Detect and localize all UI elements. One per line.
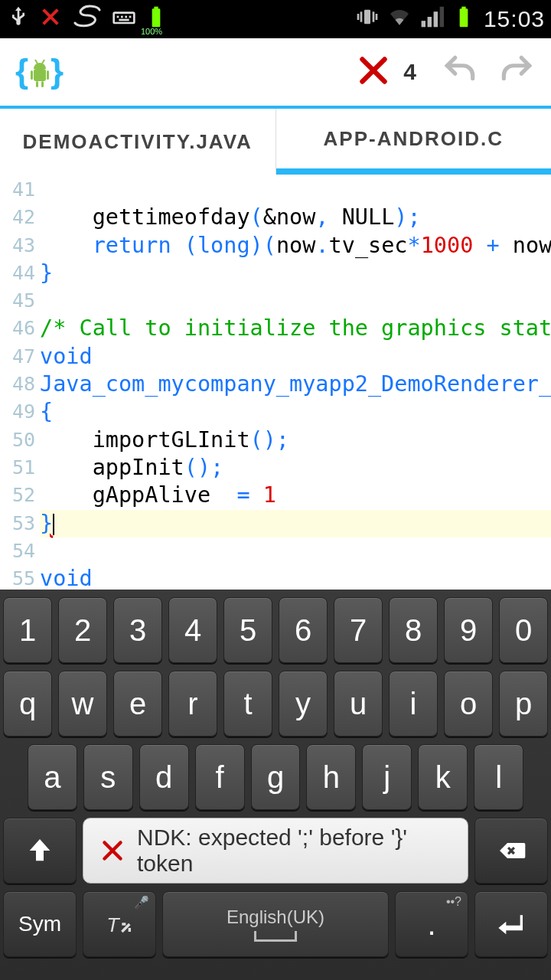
key-i[interactable]: i [389, 671, 438, 737]
key-u[interactable]: u [334, 671, 383, 737]
key-q[interactable]: q [3, 671, 52, 737]
tab-app-android[interactable]: APP-ANDROID.C [276, 109, 552, 175]
svg-rect-8 [364, 9, 370, 24]
key-r[interactable]: r [168, 671, 217, 737]
tab-demoactivity[interactable]: DEMOACTIVITY.JAVA [0, 109, 276, 175]
key-w[interactable]: w [58, 671, 107, 737]
key-7[interactable]: 7 [334, 597, 383, 663]
svg-rect-6 [152, 8, 161, 27]
key-8[interactable]: 8 [389, 597, 438, 663]
clock-label: 15:03 [484, 6, 545, 32]
undo-button[interactable] [441, 51, 479, 93]
space-label: English(UK) [227, 906, 324, 928]
key-backspace[interactable] [474, 818, 548, 884]
key-2[interactable]: 2 [58, 597, 107, 663]
key-input-mode[interactable]: T 🎤 [83, 891, 156, 957]
key-l[interactable]: l [474, 744, 523, 810]
mic-icon: 🎤 [134, 895, 149, 910]
key-y[interactable]: y [279, 671, 328, 737]
soft-keyboard: 1 2 3 4 5 6 7 8 9 0 q w e r t y u i o p … [0, 590, 551, 980]
key-a[interactable]: a [28, 744, 77, 810]
key-sym[interactable]: Sym [3, 891, 77, 957]
usb-icon [6, 5, 31, 34]
space-glyph-icon [254, 931, 297, 942]
svg-rect-14 [47, 70, 49, 80]
key-t[interactable]: t [223, 671, 272, 737]
tab-label: APP-ANDROID.C [324, 127, 504, 151]
s-letter-icon [70, 5, 104, 34]
battery-pct-label: 100% [141, 27, 162, 36]
redo-button[interactable] [497, 51, 536, 93]
svg-text:{: { [15, 52, 28, 90]
vibrate-icon [355, 5, 380, 34]
key-h[interactable]: h [306, 744, 356, 810]
error-suggestion-bar[interactable]: NDK: expected ';' before '}' token [83, 818, 468, 884]
error-count-label: 4 [403, 59, 416, 85]
signal-icon [419, 5, 444, 34]
battery-right-icon [452, 5, 476, 34]
key-enter[interactable] [474, 891, 548, 957]
error-indicator-icon[interactable] [354, 51, 393, 93]
key-9[interactable]: 9 [444, 597, 493, 663]
key-shift[interactable] [3, 818, 77, 884]
key-g[interactable]: g [251, 744, 301, 810]
close-red-icon [38, 5, 63, 34]
svg-text:T: T [106, 913, 120, 936]
tab-label: DEMOACTIVITY.JAVA [23, 130, 253, 154]
svg-rect-4 [129, 15, 132, 18]
svg-rect-2 [121, 15, 123, 18]
key-1[interactable]: 1 [3, 597, 52, 663]
key-space[interactable]: English(UK) [162, 891, 389, 957]
wifi-icon [387, 5, 412, 34]
key-5[interactable]: 5 [223, 597, 272, 663]
file-tabs: DEMOACTIVITY.JAVA APP-ANDROID.C [0, 109, 551, 175]
key-f[interactable]: f [195, 744, 245, 810]
key-j[interactable]: j [362, 744, 412, 810]
svg-rect-5 [119, 18, 129, 21]
key-e[interactable]: e [113, 671, 162, 737]
svg-rect-1 [117, 15, 119, 18]
svg-rect-10 [461, 6, 465, 9]
app-logo-icon[interactable]: { } [15, 52, 64, 92]
key-0[interactable]: 0 [499, 597, 548, 663]
svg-rect-12 [34, 69, 46, 81]
svg-rect-7 [154, 6, 158, 9]
app-toolbar: { } 4 [0, 38, 551, 109]
svg-rect-15 [36, 81, 38, 87]
svg-line-17 [35, 60, 37, 64]
close-icon [99, 837, 126, 864]
keyboard-tray-icon [112, 5, 136, 34]
suggestion-text: NDK: expected ';' before '}' token [137, 825, 452, 877]
svg-line-18 [42, 60, 44, 64]
key-s[interactable]: s [83, 744, 133, 810]
key-3[interactable]: 3 [113, 597, 162, 663]
key-p[interactable]: p [499, 671, 548, 737]
svg-rect-3 [125, 15, 127, 18]
svg-rect-16 [41, 81, 44, 87]
battery-left-icon: 100% [144, 5, 168, 34]
key-o[interactable]: o [444, 671, 493, 737]
svg-rect-13 [31, 70, 33, 80]
key-dot[interactable]: .••? [395, 891, 468, 957]
code-editor[interactable]: 41 42 43 44 45 46 47 48 49 50 51 52 53 5… [0, 175, 551, 588]
svg-rect-9 [460, 8, 468, 27]
key-d[interactable]: d [139, 744, 189, 810]
key-4[interactable]: 4 [168, 597, 217, 663]
key-k[interactable]: k [418, 744, 468, 810]
android-status-bar: 100% 15:03 [0, 0, 551, 38]
svg-text:}: } [51, 52, 64, 90]
code-area[interactable]: gettimeofday(&now, NULL); return (long)(… [40, 175, 551, 588]
line-gutter: 41 42 43 44 45 46 47 48 49 50 51 52 53 5… [0, 175, 40, 588]
key-6[interactable]: 6 [279, 597, 328, 663]
